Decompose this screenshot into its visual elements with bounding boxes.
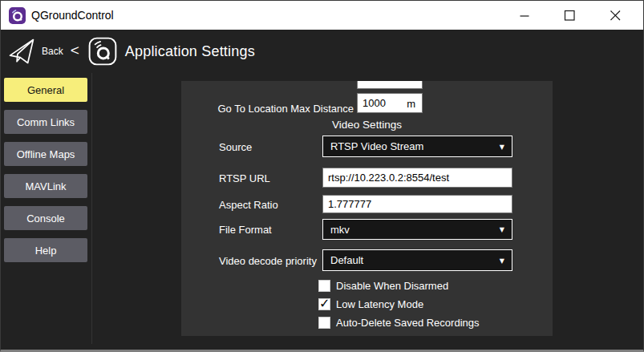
back-label: Back (42, 46, 63, 57)
chevron-down-icon: ▼ (500, 226, 504, 233)
aspect-ratio-field[interactable] (323, 196, 512, 212)
page-title: Application Settings (125, 43, 255, 60)
paper-plane-icon (8, 36, 35, 67)
checkbox-label: Low Latency Mode (336, 298, 423, 310)
checkbox-low-latency-mode[interactable]: ✓ Low Latency Mode (318, 297, 423, 310)
minimize-button[interactable] (501, 1, 547, 30)
sidebar-item-help[interactable]: Help (4, 238, 87, 262)
close-button[interactable] (593, 1, 638, 30)
sidebar-item-console[interactable]: Console (4, 206, 87, 230)
checkbox-label: Auto-Delete Saved Recordings (336, 317, 480, 329)
back-chevron-icon: < (71, 42, 79, 59)
source-dropdown-value: RTSP Video Stream (330, 140, 423, 152)
rtsp-url-label: RTSP URL (219, 172, 270, 184)
back-button[interactable]: Back < (8, 36, 79, 67)
max-distance-label: Go To Location Max Distance (181, 103, 354, 115)
window-title: QGroundControl (31, 9, 114, 22)
checkbox-label: Disable When Disarmed (336, 280, 448, 292)
sidebar-item-offline-maps[interactable]: Offline Maps (4, 142, 87, 166)
chevron-down-icon: ▼ (500, 257, 504, 264)
aspect-ratio-label: Aspect Ratio (219, 198, 278, 210)
qgroundcontrol-window: QGroundControl Back (0, 0, 644, 352)
checkbox-auto-delete-recordings[interactable]: ✓ Auto-Delete Saved Recordings (318, 316, 480, 329)
checkbox-disable-when-disarmed[interactable]: ✓ Disable When Disarmed (318, 279, 448, 292)
aspect-ratio-row: Aspect Ratio (181, 195, 553, 213)
source-dropdown[interactable]: RTSP Video Stream ▼ (322, 136, 512, 157)
rtsp-url-field[interactable] (323, 168, 512, 187)
header: Back < Application Settings (1, 30, 643, 73)
settings-panel: Go To Location Max Distance m Video Sett… (181, 81, 553, 336)
file-format-label: File Format (219, 224, 272, 236)
sidebar: General Comm Links Offline Maps MAVLink … (4, 78, 87, 262)
checkmark-icon: ✓ (319, 296, 330, 311)
decode-priority-row: Video decode priority Default ▼ (181, 249, 553, 271)
sidebar-item-general[interactable]: General (4, 78, 87, 102)
checkbox-box[interactable]: ✓ (318, 298, 330, 310)
source-label: Source (219, 140, 252, 152)
rtsp-url-input[interactable] (322, 168, 512, 188)
titlebar: QGroundControl (1, 1, 643, 30)
sidebar-item-mavlink[interactable]: MAVLink (4, 174, 87, 198)
sidebar-item-comm-links[interactable]: Comm Links (4, 110, 87, 134)
checkbox-box[interactable]: ✓ (318, 280, 330, 292)
qgc-app-icon (9, 7, 26, 24)
rtsp-url-row: RTSP URL (181, 168, 553, 188)
file-format-dropdown[interactable]: mkv ▼ (322, 219, 512, 240)
aspect-ratio-input[interactable] (322, 195, 512, 213)
file-format-dropdown-value: mkv (330, 224, 350, 236)
decode-priority-dropdown-value: Default (330, 254, 363, 266)
qgc-logo-icon (88, 37, 117, 66)
maximize-button[interactable] (547, 1, 593, 30)
sidebar-divider (91, 73, 92, 344)
decode-priority-dropdown[interactable]: Default ▼ (322, 249, 512, 271)
scrolled-input-field[interactable] (358, 81, 422, 88)
max-distance-unit: m (407, 97, 415, 109)
file-format-row: File Format mkv ▼ (181, 219, 553, 240)
source-row: Source RTSP Video Stream ▼ (181, 136, 553, 157)
window-controls (501, 1, 638, 30)
scrolled-input-partial[interactable] (357, 81, 423, 89)
max-distance-input[interactable]: m (357, 93, 423, 113)
decode-priority-label: Video decode priority (219, 254, 317, 266)
checkbox-box[interactable]: ✓ (318, 317, 330, 329)
chevron-down-icon: ▼ (500, 143, 504, 150)
video-settings-heading: Video Settings (181, 119, 553, 131)
